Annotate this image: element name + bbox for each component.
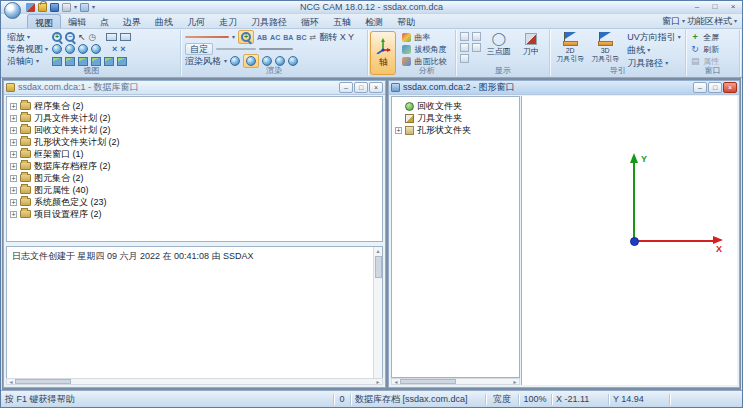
render-mode-icon[interactable] (262, 56, 272, 66)
minimize-button[interactable]: – (688, 1, 706, 13)
axis-view-icon[interactable] (91, 57, 101, 66)
expander-icon[interactable]: + (10, 139, 17, 146)
view-pair-ac-icon[interactable]: AC (270, 34, 280, 41)
flip-xy-button[interactable]: 翻转 X Y (319, 31, 354, 44)
scrollbar-thumb[interactable] (15, 379, 71, 384)
expander-icon[interactable]: + (10, 151, 17, 158)
expander-icon[interactable]: + (10, 187, 17, 194)
tab-boundary[interactable]: 边界 (116, 14, 148, 28)
tree-item[interactable]: +图元集合 (2) (10, 172, 382, 184)
iso-view-icon[interactable] (78, 44, 88, 54)
expander-icon[interactable]: + (10, 199, 17, 206)
three-point-circle-button[interactable]: ◯ 三点圆 (484, 31, 513, 56)
curve-dropdown[interactable]: 曲线▾ (627, 44, 681, 56)
render-mode-icon[interactable] (230, 56, 240, 66)
expander-icon[interactable]: + (10, 211, 17, 218)
tab-geometry[interactable]: 几何 (180, 14, 212, 28)
zoom-in-icon[interactable]: + (52, 32, 62, 42)
tree-item[interactable]: +孔形状文件夹 (395, 124, 519, 136)
monitor-split-icon[interactable] (120, 33, 131, 41)
iso-view-icon[interactable] (52, 44, 62, 54)
display-toggle-icon[interactable] (460, 54, 469, 63)
axis-view-icon[interactable] (117, 57, 127, 66)
display-toggle-icon[interactable] (472, 43, 481, 52)
tree-item[interactable]: +回收文件夹计划 (2) (10, 124, 382, 136)
display-toggle-icon[interactable] (460, 32, 469, 41)
chevron-down-icon[interactable]: ▾ (224, 57, 227, 65)
tab-curve[interactable]: 曲线 (148, 14, 180, 28)
line-style-sample[interactable] (216, 48, 256, 50)
iso-view-icon[interactable] (91, 44, 101, 54)
tab-help[interactable]: 帮助 (390, 14, 422, 28)
tab-view[interactable]: 视图 (27, 14, 61, 28)
tab-passes[interactable]: 走刀 (212, 14, 244, 28)
expander-icon[interactable]: + (10, 163, 17, 170)
axis-view-icon[interactable] (104, 57, 114, 66)
scroll-left-icon[interactable]: ◄ (392, 379, 400, 385)
log-vertical-scrollbar[interactable]: ▲ (373, 247, 382, 378)
titlebar[interactable]: ▾ ▾ NCG CAM 18.0.12 - ssdax.com.dca – □ … (1, 1, 742, 14)
maximize-button[interactable]: □ (706, 1, 724, 13)
curve-style-sample[interactable] (185, 36, 229, 38)
menu-window[interactable]: 窗口 (662, 15, 680, 28)
monitor-icon[interactable] (106, 33, 117, 41)
expander-icon[interactable]: + (10, 175, 17, 182)
tree-item[interactable]: +项目设置程序 (2) (10, 208, 382, 220)
scroll-left-icon[interactable]: ◄ (7, 379, 15, 385)
app-logo-icon[interactable] (4, 2, 21, 19)
flip-icon[interactable]: ⇄ (309, 33, 316, 42)
line-style-sample[interactable] (259, 48, 293, 50)
axis-view-icon[interactable] (65, 57, 75, 66)
display-toggle-icon[interactable] (472, 32, 481, 41)
highlighted-locate-icon[interactable]: + (238, 30, 254, 44)
tree-item[interactable]: 刀具文件夹 (395, 112, 519, 124)
tree-item[interactable]: +图元属性 (40) (10, 184, 382, 196)
graphics-horizontal-scrollbar[interactable]: ◄ ► (391, 378, 520, 385)
expander-icon[interactable]: + (10, 103, 17, 110)
fullscreen-button[interactable]: +全屏 (690, 31, 735, 43)
child-maximize-button[interactable]: □ (354, 82, 368, 93)
view-pair-ba-icon[interactable]: BA (283, 34, 293, 41)
scrollbar-thumb[interactable] (375, 256, 382, 278)
guide-2d-button[interactable]: 2D 刀具引导 (554, 31, 586, 63)
origin-point[interactable] (630, 237, 639, 246)
log-pane[interactable]: 日志文件创建于 星期四 09 六月 2022 在 00:41:08 由 SSDA… (6, 246, 383, 379)
along-axis-dropdown[interactable]: 沿轴向▾ (7, 55, 49, 68)
child-maximize-button[interactable]: □ (708, 82, 722, 93)
tree-item[interactable]: +系统颜色定义 (23) (10, 196, 382, 208)
close-all-views-icon[interactable]: × (120, 45, 125, 54)
render-mode-active-icon[interactable] (243, 54, 259, 68)
close-view-icon[interactable]: × (112, 45, 117, 54)
scrollbar-thumb[interactable] (400, 379, 456, 384)
tab-toolpath[interactable]: 刀具路径 (244, 14, 294, 28)
axis-view-icon[interactable] (52, 57, 62, 66)
menu-ribbon-style[interactable]: 功能区样式 (687, 15, 732, 28)
tab-inspect[interactable]: 检测 (358, 14, 390, 28)
database-horizontal-scrollbar[interactable]: ◄ ► (6, 378, 383, 385)
render-mode-icon[interactable] (275, 56, 285, 66)
expander-icon[interactable]: + (10, 127, 17, 134)
scroll-up-icon[interactable]: ▲ (376, 247, 381, 255)
expander-icon[interactable]: + (10, 115, 17, 122)
tab-edit[interactable]: 编辑 (61, 14, 93, 28)
axis-toggle-button[interactable]: 轴 (370, 31, 396, 75)
tree-item[interactable]: +孔形状文件夹计划 (2) (10, 136, 382, 148)
child-minimize-button[interactable]: – (693, 82, 707, 93)
render-mode-icon[interactable] (288, 56, 298, 66)
menu-ribbon-style-dropdown-icon[interactable]: ▾ (734, 17, 737, 25)
child-minimize-button[interactable]: – (339, 82, 353, 93)
curvature-button[interactable]: 曲率 (402, 31, 451, 43)
expander-icon[interactable]: + (395, 127, 402, 134)
tree-item[interactable]: +框架窗口 (1) (10, 148, 382, 160)
uv-direction-dropdown[interactable]: UV方向指引▾ (627, 31, 681, 43)
tree-item[interactable]: +刀具文件夹计划 (2) (10, 112, 382, 124)
tool-center-button[interactable]: 刀中 (516, 31, 545, 56)
graphics-window-titlebar[interactable]: ssdax.com.dca:2 - 图形窗口 – □ × (389, 81, 739, 95)
menu-window-dropdown-icon[interactable]: ▾ (682, 17, 685, 25)
draft-angle-button[interactable]: 拔模角度 (402, 43, 451, 55)
zoom-previous-icon[interactable]: ◷ (89, 32, 97, 42)
tab-point[interactable]: 点 (93, 14, 116, 28)
zoom-out-icon[interactable]: − (65, 32, 75, 42)
display-toggle-icon[interactable] (460, 43, 469, 52)
tab-cycles[interactable]: 循环 (294, 14, 326, 28)
